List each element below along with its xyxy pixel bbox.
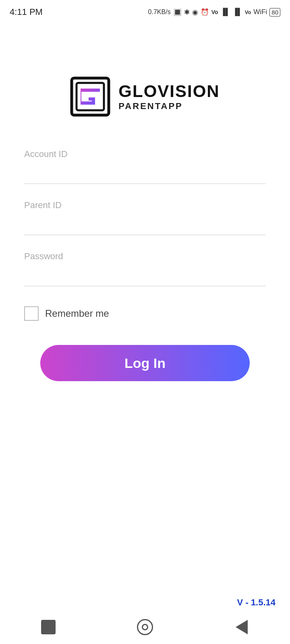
status-bar: 4:11 PM 0.7KB/s 🔳 ✱ ◉ ⏰ Vo ▐▌ ▐▌ Vo WiFi…	[0, 0, 290, 24]
parent-id-label: Parent ID	[24, 200, 266, 211]
login-form: Account ID Parent ID Password Remember m…	[24, 149, 266, 381]
account-id-label: Account ID	[24, 149, 266, 159]
nfc-icon: 🔳	[173, 8, 182, 17]
status-time: 4:11 PM	[10, 7, 43, 17]
vowifi-icon: Vo	[245, 9, 251, 15]
signal2-icon: ▐▌	[233, 8, 242, 16]
login-button-wrapper: Log In	[24, 345, 266, 381]
home-circle-icon	[137, 619, 153, 635]
version-text: V - 1.5.14	[237, 597, 276, 608]
back-button[interactable]	[230, 615, 254, 639]
alarm-icon: ⏰	[201, 8, 209, 17]
square-icon	[41, 620, 56, 634]
bottom-nav	[0, 612, 290, 644]
logo-area: GLOVISION PARENTAPP	[70, 76, 220, 117]
app-subtitle: PARENTAPP	[118, 101, 220, 111]
home-circle-inner-icon	[142, 624, 148, 630]
remember-me-label: Remember me	[45, 308, 109, 319]
battery-indicator-icon: ◉	[192, 8, 198, 17]
parent-id-input[interactable]	[24, 219, 266, 235]
recent-apps-button[interactable]	[36, 615, 60, 639]
remember-me-checkbox[interactable]	[24, 306, 39, 321]
signal1-icon: ▐▌	[220, 8, 230, 16]
remember-me-row: Remember me	[24, 306, 266, 321]
network-speed: 0.7KB/s	[148, 8, 171, 16]
main-content: GLOVISION PARENTAPP Account ID Parent ID…	[0, 24, 290, 381]
app-name: GLOVISION	[118, 82, 220, 101]
password-label: Password	[24, 251, 266, 262]
login-button[interactable]: Log In	[40, 345, 250, 381]
volte-icon: Vo	[211, 9, 218, 15]
home-button[interactable]	[133, 615, 157, 639]
bluetooth-icon: ✱	[184, 8, 190, 17]
account-id-input[interactable]	[24, 167, 266, 184]
logo-text: GLOVISION PARENTAPP	[118, 82, 220, 111]
battery-icon: 80	[269, 8, 280, 17]
account-id-field-group: Account ID	[24, 149, 266, 184]
password-input[interactable]	[24, 270, 266, 286]
wifi-icon: WiFi	[253, 8, 267, 16]
app-logo-icon	[70, 76, 110, 117]
parent-id-field-group: Parent ID	[24, 200, 266, 235]
back-triangle-icon	[236, 620, 248, 634]
password-field-group: Password	[24, 251, 266, 286]
status-icons: 0.7KB/s 🔳 ✱ ◉ ⏰ Vo ▐▌ ▐▌ Vo WiFi 80	[148, 8, 280, 17]
